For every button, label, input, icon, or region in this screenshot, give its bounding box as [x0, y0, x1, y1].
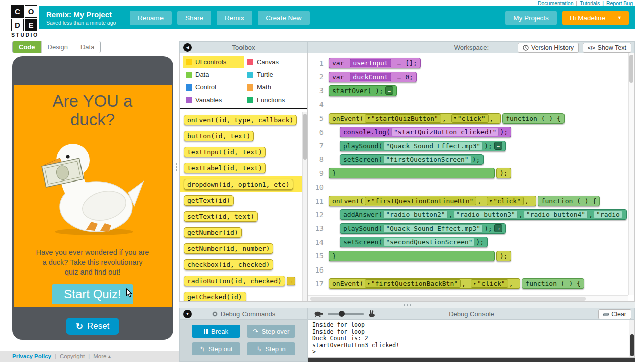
my-projects-button[interactable]: My Projects [505, 11, 557, 25]
workspace-vertical-scrollbar[interactable] [628, 53, 634, 295]
toolbox-category-data[interactable]: Data [183, 68, 244, 81]
toolbox-category-control[interactable]: Control [183, 81, 244, 94]
string-slot[interactable]: "radio_button2" [383, 210, 447, 219]
toolbox-block-getchecked[interactable]: getChecked(id) [184, 292, 246, 302]
create-new-button[interactable]: Create New [258, 11, 309, 25]
remix-button[interactable]: Remix [217, 11, 252, 25]
string-slot[interactable]: "radio_button4" [524, 210, 588, 219]
string-slot[interactable]: "secondQuestionScreen" [383, 238, 475, 246]
workspace-horizontal-scrollbar[interactable] [308, 295, 628, 301]
variable-name-slot[interactable]: userInput [350, 59, 391, 67]
panel-resize-handle-vertical[interactable] [174, 160, 179, 174]
clear-console-button[interactable]: Clear [598, 309, 631, 319]
code-block-function-open[interactable]: function ( ) { [522, 278, 584, 289]
dropdown-chip[interactable]: ▼"firstQuestionContinueBtn" [365, 197, 477, 205]
footer-link-more[interactable]: More ▴ [93, 353, 111, 360]
code-block-onevent[interactable]: onEvent(▼"firstQuestionContinueBtn", ▼"c… [329, 196, 536, 206]
tab-design[interactable]: Design [42, 41, 74, 53]
dropdown-chip[interactable]: ▼"click" [487, 197, 524, 205]
tab-code[interactable]: Code [13, 41, 42, 53]
string-slot[interactable]: "Quack Sound Effect.mp3" [383, 142, 483, 150]
string-slot[interactable]: "firstQuestionScreen" [383, 155, 471, 164]
share-button[interactable]: Share [177, 11, 211, 25]
code-block-close-paren[interactable]: ); [496, 168, 511, 178]
top-links-bar: Documentation|Tutorials|Report Bug [538, 0, 633, 6]
code-block-call[interactable]: startOver( );→ [329, 85, 397, 96]
step-in-button[interactable]: ↳Step in [247, 342, 295, 355]
version-history-button[interactable]: Version History [518, 43, 579, 53]
collapse-toolbox-button[interactable]: ◀ [183, 43, 192, 52]
speed-slider[interactable] [313, 310, 376, 317]
footer-link-privacy-policy[interactable]: Privacy Policy [12, 353, 51, 359]
top-link-documentation[interactable]: Documentation [538, 0, 574, 6]
toolbox-block-checkbox[interactable]: checkbox(id, checked) [184, 259, 273, 270]
toolbox-scrollbar[interactable] [302, 112, 307, 301]
code-block-function-open[interactable]: function ( ) { [502, 113, 565, 124]
show-text-button[interactable]: </> Show Text [583, 43, 631, 53]
speed-slider-track[interactable] [328, 313, 364, 315]
toolbox-block-radiobutton[interactable]: radioButton(id, checked) [184, 276, 285, 286]
code-block-onevent[interactable]: onEvent(▼"firstQuestionBackBtn", ▼"click… [329, 278, 520, 289]
debug-console-output[interactable]: Inside for loopInside for loopDuck Count… [308, 320, 629, 358]
panel-resize-handle-horizontal[interactable] [179, 302, 635, 308]
string-slot[interactable]: "radio [594, 210, 622, 219]
console-vertical-scrollbar[interactable] [629, 320, 635, 358]
code-block-function-close[interactable]: } [329, 168, 495, 178]
toolbox-block-gettext[interactable]: getText(id) [184, 195, 234, 206]
console-horizontal-scrollbar[interactable] [308, 358, 635, 362]
expand-arrow-icon[interactable]: → [287, 277, 295, 285]
code-block-var[interactable]: var duckCount = 0; [329, 72, 417, 82]
tab-data[interactable]: Data [74, 41, 100, 53]
toolbox-block-setnumber[interactable]: setNumber(id, number) [184, 243, 273, 254]
footer-link-copyright[interactable]: Copyright [60, 353, 85, 359]
reset-button[interactable]: ↻ Reset [66, 318, 119, 335]
toolbox-category-turtle[interactable]: Turtle [244, 68, 305, 81]
top-link-report-bug[interactable]: Report Bug [606, 0, 633, 6]
toolbox-category-canvas[interactable]: Canvas [244, 56, 305, 68]
expand-arrow-icon[interactable]: → [385, 86, 393, 95]
code-block-var[interactable]: var userInput = []; [329, 58, 421, 68]
string-slot[interactable]: "Quack Sound Effect.mp3" [383, 224, 483, 233]
code-block-function-open[interactable]: function ( ) { [538, 196, 600, 206]
string-slot[interactable]: "radio_button3" [454, 210, 518, 219]
toolbox-category-variables[interactable]: Variables [183, 94, 244, 106]
step-over-button[interactable]: ↷Step over [247, 325, 295, 338]
toolbox-block-button[interactable]: button(id, text) [184, 131, 254, 141]
dropdown-chip[interactable]: ▼"click" [471, 279, 508, 288]
code-block-setscreen[interactable]: setScreen("secondQuestionScreen"); [340, 237, 488, 247]
toolbox-category-functions[interactable]: Functions [244, 94, 305, 106]
code-block-playsound[interactable]: playSound("Quack Sound Effect.mp3");→ [340, 141, 506, 151]
toolbox-category-ui-controls[interactable]: UI controls [183, 56, 244, 68]
variable-name-slot[interactable]: duckCount [350, 73, 391, 81]
step-out-button[interactable]: ↰Step out [192, 342, 240, 355]
top-link-tutorials[interactable]: Tutorials [580, 0, 600, 6]
dropdown-chip[interactable]: ▼"startQuizButton" [365, 114, 441, 123]
toolbox-category-math[interactable]: Math [244, 81, 305, 94]
toolbox-block-getnumber[interactable]: getNumber(id) [184, 227, 242, 238]
break-button[interactable]: Break [192, 325, 240, 338]
toolbox-block-textlabel[interactable]: textLabel(id, text) [184, 163, 266, 173]
collapse-debug-button[interactable]: ▼ [183, 310, 192, 318]
code-block-addanswer[interactable]: addAnswer("radio_button2","radio_button3… [340, 209, 627, 220]
expand-arrow-icon[interactable]: → [494, 142, 502, 150]
string-slot[interactable]: "startQuizButton clicked!" [391, 128, 499, 136]
toolbox-block-dropdown[interactable]: dropdown(id, option1, etc) [184, 179, 293, 190]
start-quiz-button[interactable]: Start Quiz! [52, 284, 133, 304]
code-block-function-close[interactable]: } [329, 251, 495, 261]
dropdown-chip[interactable]: ▼"firstQuestionBackBtn" [365, 279, 461, 288]
code-block-setscreen[interactable]: setScreen("firstQuestionScreen"); [340, 154, 484, 165]
line-number: 10 [313, 183, 329, 191]
code-block-console-log[interactable]: console.log("startQuizButton clicked!"); [340, 127, 511, 137]
dropdown-chip[interactable]: ▼"click" [451, 114, 489, 123]
code-block-onevent[interactable]: onEvent(▼"startQuizButton", ▼"click", [329, 113, 501, 124]
code-block-playsound[interactable]: playSound("Quack Sound Effect.mp3");→ [340, 223, 506, 234]
toolbox-block-onevent[interactable]: onEvent(id, type, callback) [184, 115, 297, 125]
debug-console-title: Debug Console [449, 310, 494, 318]
rename-button[interactable]: Rename [130, 11, 172, 25]
user-menu-button[interactable]: Hi Madeline ▼ [562, 11, 629, 25]
speed-slider-thumb[interactable] [339, 311, 345, 317]
toolbox-block-settext[interactable]: setText(id, text) [184, 211, 258, 222]
code-block-close-paren[interactable]: ); [496, 251, 511, 261]
expand-arrow-icon[interactable]: → [494, 224, 502, 232]
toolbox-block-textinput[interactable]: textInput(id, text) [184, 147, 266, 157]
